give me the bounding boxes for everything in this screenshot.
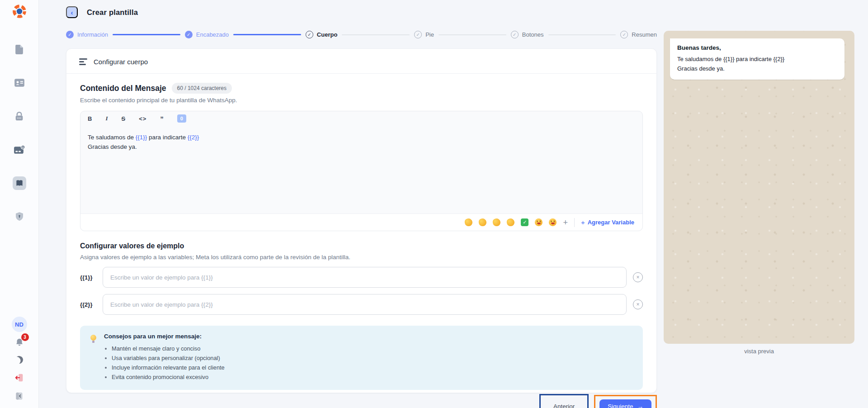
plus-icon: + [581,218,585,226]
logout-button[interactable] [13,371,26,384]
step-label: Botones [522,31,544,38]
check-mark-emoji-icon[interactable]: ✓ [521,218,528,226]
step-informacion[interactable]: ✓ Información [66,31,108,38]
thumbs-up-emoji-icon[interactable] [478,218,487,227]
sidebar-item-access[interactable] [13,210,26,223]
step-check-icon: ✓ [306,31,313,38]
editor-footer: ✓ + + Agregar Variable [80,213,642,231]
wizard-footer: Anterior Siguiente → [66,394,657,408]
variable-counter-badge: 0 [177,114,186,123]
example-value-input-1[interactable] [103,267,627,288]
bold-button[interactable]: B [88,115,92,122]
back-button[interactable]: ‹ [66,6,78,18]
step-encabezado[interactable]: ✓ Encabezado [185,31,229,38]
arrow-right-icon: → [637,403,644,408]
step-connector [233,34,301,35]
step-check-icon: ✓ [511,31,519,38]
align-lines-icon [79,58,87,65]
sidebar-item-catalog[interactable] [13,176,26,190]
char-counter-badge: 60 / 1024 caracteres [172,83,232,94]
editor-line-1: Te saludamos de {{1}} para indicarte {{2… [88,133,635,142]
collapse-sidebar-button[interactable] [13,389,26,403]
notification-badge: 3 [21,333,29,341]
body-config-card: Configurar cuerpo Contenido del Mensaje … [66,48,657,393]
examples-heading: Configurar valores de ejemplo [80,242,643,250]
quote-button[interactable]: ” [160,115,164,123]
whatsapp-preview-panel: Buenas tardes, Te saludamos de {{1}} par… [664,31,854,344]
collapse-panel-icon [14,391,24,401]
grinning-face-emoji-icon[interactable] [549,218,557,226]
variable-label-2: {{2}} [80,301,96,308]
card-header: Configurar cuerpo [66,49,656,74]
notifications-button[interactable]: 3 [14,337,25,348]
remove-variable-button-1[interactable]: × [633,272,643,282]
step-botones[interactable]: ✓ Botones [511,31,544,38]
user-avatar[interactable]: ND [12,317,27,332]
tip-item: Usa variables para personalizar (opciona… [112,353,225,363]
documents-icon [14,44,25,55]
previous-button[interactable]: Anterior [548,400,580,408]
step-cuerpo[interactable]: ✓ Cuerpo [306,31,338,38]
brand-logo[interactable] [12,4,27,19]
next-button[interactable]: Siguiente → [599,399,651,408]
sidebar-item-contacts[interactable] [13,76,26,90]
dark-mode-toggle[interactable] [13,353,26,366]
code-button[interactable]: <> [139,115,146,122]
step-resumen[interactable]: ✓ Resumen [620,31,657,38]
example-value-input-2[interactable] [103,294,627,315]
sidebar-item-security[interactable] [13,109,26,123]
bubble-line-1: Te saludamos de {{1}} para indicarte {{2… [677,55,837,63]
page-header: ‹ Crear plantilla [66,6,657,18]
examples-subtitle: Asigna valores de ejemplo a las variable… [80,254,643,261]
variable-token-2: {{2}} [188,134,199,141]
editor-line-2: Gracias desde ya. [88,142,635,152]
card-body: Contenido del Mensaje 60 / 1024 caracter… [66,74,656,390]
sidebar-bottom: ND 3 [12,317,27,403]
moon-icon [14,355,24,364]
preview-caption: vista previa [664,348,854,355]
step-label: Cuerpo [317,31,338,38]
card-badge-icon [13,144,25,156]
step-connector [342,34,410,35]
step-label: Información [77,31,108,38]
example-row-1: {{1}} × [80,267,643,288]
message-subtitle: Escribe el contenido principal de tu pla… [80,97,643,104]
next-button-label: Siguiente [608,403,633,408]
book-icon [15,179,24,188]
step-label: Encabezado [196,31,229,38]
step-pie[interactable]: ✓ Pie [414,31,434,38]
back-icon: ‹ [71,9,73,16]
editor-text: para indicarte [147,134,187,141]
strikethrough-button[interactable]: S [121,115,125,122]
italic-button[interactable]: I [105,115,108,122]
sidebar-item-documents[interactable] [13,43,26,56]
tips-title: Consejos para un mejor mensaje: [104,333,225,340]
editor-toolbar: B I S <> ” 0 [80,111,642,126]
remove-variable-button-2[interactable]: × [633,299,643,309]
smiling-face-emoji-icon[interactable] [535,218,542,226]
step-connector [113,34,180,35]
editor-textarea[interactable]: Te saludamos de {{1}} para indicarte {{2… [80,126,642,213]
message-editor: B I S <> ” 0 Te saludamos de {{1}} para … [80,111,643,231]
wave-emoji-icon[interactable] [464,218,473,227]
tips-list: Mantén el mensaje claro y conciso Usa va… [104,344,225,382]
more-emoji-button[interactable]: + [563,218,568,227]
raised-hands-emoji-icon[interactable] [492,218,501,227]
sidebar-item-cards[interactable] [13,143,26,157]
add-variable-button[interactable]: + Agregar Variable [581,218,634,226]
tips-content: Consejos para un mejor mensaje: Mantén e… [104,333,225,382]
variable-token-1: {{1}} [136,134,147,141]
lightbulb-icon [90,335,97,343]
variable-label-1: {{1}} [80,274,96,281]
stepper: ✓ Información ✓ Encabezado ✓ Cuerpo ✓ Pi… [66,31,657,38]
step-check-icon: ✓ [620,31,628,38]
message-heading: Contenido del Mensaje [80,84,166,93]
ok-hand-emoji-icon[interactable] [506,218,515,227]
brand-logo-icon [12,4,27,19]
preview-column: Buenas tardes, Te saludamos de {{1}} par… [657,0,868,408]
sidebar: ND 3 [0,0,39,408]
step-label: Pie [425,31,434,38]
main-content: ‹ Crear plantilla ✓ Información ✓ Encabe… [39,0,657,408]
bubble-line-2: Gracias desde ya. [677,64,837,73]
tip-item: Incluye información relevante para el cl… [112,363,225,372]
